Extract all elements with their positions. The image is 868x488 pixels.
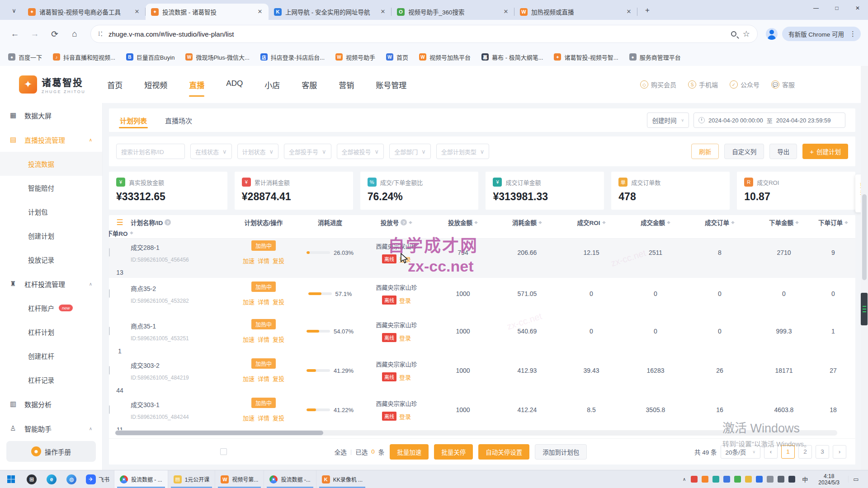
chrome-update-chip[interactable]: 有新版 Chrome 可用 ⋮ — [782, 27, 861, 41]
address-bar[interactable]: ⁝⁚ zhuge.v-ma.com/#/live-studio/live-pla… — [90, 25, 758, 43]
taskbar-app-3[interactable]: W视频号第... — [215, 470, 264, 488]
minimize-button[interactable]: — — [806, 0, 826, 16]
header-link[interactable]: ◇购买会员 — [640, 80, 676, 89]
sidebar-item-11[interactable]: 杠杆记录 — [0, 368, 102, 392]
nav-item-8[interactable]: 账号管理 — [375, 66, 407, 103]
feishu-icon[interactable]: ✈ 飞书 — [81, 470, 114, 488]
table-row[interactable]: 成交288-1ID:5896261005_456456加热中加速详情复投26.0… — [109, 239, 855, 278]
login-link[interactable]: 登录 — [399, 373, 411, 381]
horizontal-scrollbar[interactable] — [115, 430, 837, 436]
taskbar-apps-icon[interactable]: ⊞ — [22, 470, 42, 488]
table-header-10[interactable]: 下单金额 — [752, 218, 816, 227]
tray-icon-2[interactable] — [702, 476, 708, 483]
sidebar-item-12[interactable]: ▥数据分析 — [0, 392, 102, 416]
header-link[interactable]: ✓公众号 — [730, 80, 760, 89]
login-link[interactable]: 登录 — [399, 296, 411, 305]
start-button[interactable] — [0, 470, 22, 488]
sidebar-item-5[interactable]: 创建计划 — [0, 224, 102, 248]
batch-accelerate-button[interactable]: 批量加速 — [390, 444, 429, 460]
sidebar-item-1[interactable]: ▤直播投流管理∧ — [0, 127, 102, 152]
bookmark-item[interactable]: 店抖店登录-抖店后台... — [260, 53, 325, 61]
sort-icon[interactable] — [538, 219, 542, 226]
table-header-3[interactable]: 消耗进度 — [298, 218, 362, 227]
bookmark-item[interactable]: W首页 — [386, 53, 408, 61]
login-link[interactable]: 登录 — [399, 412, 411, 421]
browser-tab[interactable]: ✦投流数据 - 诸葛智投✕ — [146, 4, 269, 20]
op-link[interactable]: 详情 — [258, 374, 269, 383]
sidebar-item-13[interactable]: ♙智能助手∧ — [0, 416, 102, 441]
add-to-package-button[interactable]: 添加到计划包 — [535, 444, 587, 460]
bookmark-item[interactable]: ●百度一下 — [8, 53, 42, 61]
page-button-1[interactable]: 1 — [781, 445, 795, 459]
bookmark-item[interactable]: B巨量百应Buyin — [126, 53, 175, 61]
page-tab-2[interactable]: 直播场次 — [164, 109, 193, 132]
refresh-button[interactable]: 刷新 — [691, 144, 719, 159]
row-checkbox[interactable] — [109, 366, 110, 375]
tray-icon-1[interactable] — [691, 476, 698, 483]
maximize-button[interactable]: □ — [826, 0, 847, 16]
op-link[interactable]: 加速 — [243, 297, 255, 306]
nav-item-1[interactable]: 首页 — [106, 66, 123, 103]
tray-icon-6[interactable] — [745, 476, 752, 483]
sidebar-item-2[interactable]: 投流数据 — [0, 152, 102, 176]
recorder-widget[interactable] — [861, 293, 868, 325]
op-link[interactable]: 详情 — [258, 256, 269, 265]
op-link[interactable]: 复投 — [273, 335, 284, 343]
tab-close-icon[interactable]: ✕ — [256, 8, 264, 16]
horizontal-scrollbar-thumb[interactable] — [115, 431, 323, 435]
tray-icon-4[interactable] — [723, 476, 730, 483]
tab-search-icon[interactable]: ∨ — [7, 4, 21, 17]
table-header-8[interactable]: 成交金额 — [623, 218, 688, 227]
table-row[interactable]: 成交303-2ID:5896261005_484219加热中加速详情复投41.2… — [109, 357, 855, 396]
tray-expand-icon[interactable]: ∧ — [683, 477, 686, 482]
row-checkbox[interactable] — [109, 289, 110, 298]
sidebar-item-3[interactable]: 智能赔付 — [0, 176, 102, 200]
bookmark-star-icon[interactable]: ☆ — [743, 29, 750, 39]
nav-item-4[interactable]: ADQ — [225, 66, 244, 103]
table-row[interactable]: 商点35-2ID:5896261005_453282加热中加速详情复投57.1%… — [109, 278, 855, 317]
op-link[interactable]: 加速 — [243, 335, 255, 343]
export-button[interactable]: 导出 — [769, 144, 797, 159]
page-size-select[interactable]: 20条/页 ∨ — [721, 445, 760, 459]
url-text[interactable]: zhuge.v-ma.com/#/live-studio/live-plan/l… — [108, 30, 234, 38]
browser-globe-icon[interactable]: ◍ — [61, 470, 81, 488]
op-link[interactable]: 复投 — [273, 413, 284, 422]
table-header-2[interactable]: 计划状态/操作 — [229, 218, 298, 227]
app-logo[interactable]: 诸葛智投 ZHUGE ZHITOU — [19, 75, 85, 94]
tab-close-icon[interactable]: ✕ — [502, 8, 510, 16]
page-button-2[interactable]: 2 — [798, 445, 812, 459]
header-link[interactable]: 💬客服 — [771, 80, 795, 89]
table-header-6[interactable]: 消耗金额 — [495, 218, 559, 227]
nav-item-3[interactable]: 直播 — [188, 66, 205, 103]
row-checkbox[interactable] — [109, 248, 110, 257]
select-all-checkbox[interactable] — [220, 448, 227, 455]
bookmark-item[interactable]: W视频号加热平台 — [419, 53, 471, 61]
sort-icon[interactable] — [667, 219, 670, 226]
op-link[interactable]: 加速 — [243, 374, 255, 383]
tray-icon-7[interactable] — [756, 476, 763, 483]
reload-icon[interactable]: ⟳ — [47, 26, 62, 42]
search-icon[interactable] — [731, 31, 736, 37]
sort-icon[interactable] — [130, 230, 133, 236]
table-header-5[interactable]: 投放金额 — [431, 218, 495, 227]
new-tab-button[interactable]: + — [641, 4, 654, 17]
bookmark-item[interactable]: ●服务商管理平台 — [629, 53, 681, 61]
edge-icon[interactable]: e — [42, 470, 61, 488]
page-scrollbar-thumb[interactable] — [862, 194, 867, 280]
op-link[interactable]: 加速 — [243, 256, 255, 265]
sort-select[interactable]: 创建时间 ∨ — [647, 113, 689, 128]
table-row[interactable]: 商点35-1ID:5896261005_453251加热中加速详情复投54.07… — [109, 317, 855, 357]
filter-select-6[interactable]: 全部计划类型∨ — [436, 144, 490, 159]
table-header-7[interactable]: 成交ROI — [559, 218, 623, 227]
table-header-11[interactable]: 下单订单 — [816, 218, 850, 227]
page-scrollbar[interactable] — [861, 66, 868, 470]
op-link[interactable]: 详情 — [258, 413, 269, 422]
tray-icon-10[interactable] — [788, 476, 795, 483]
table-header-9[interactable]: 成交订单 — [688, 218, 752, 227]
sort-icon[interactable] — [731, 219, 735, 226]
filter-select-4[interactable]: 全部被投号∨ — [337, 144, 384, 159]
sidebar-item-0[interactable]: ▦数据大屏 — [0, 103, 102, 127]
taskbar-app-5[interactable]: KKK录像机 ... — [316, 470, 368, 488]
browser-tab[interactable]: W加热视频或直播✕ — [514, 4, 637, 20]
batch-stop-button[interactable]: 批量关停 — [434, 444, 473, 460]
